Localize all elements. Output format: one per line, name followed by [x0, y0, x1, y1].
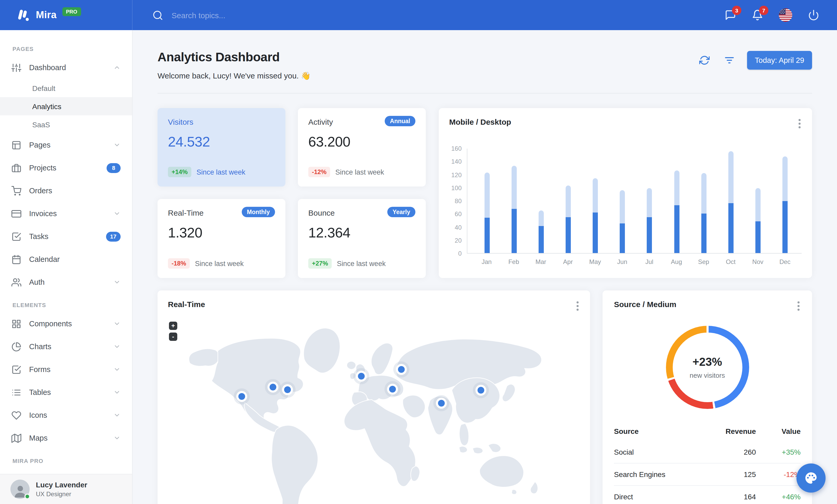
bar-segment-desktop — [701, 173, 706, 214]
sidebar-item-icons[interactable]: Icons — [0, 404, 132, 427]
map-marker — [270, 384, 276, 390]
source-medium-title: Source / Medium — [614, 300, 676, 309]
sidebar-item-calendar[interactable]: Calendar — [0, 248, 132, 271]
x-tick-label: Feb — [504, 258, 523, 265]
cell-revenue: 164 — [706, 486, 763, 504]
sidebar-subitem-saas[interactable]: SaaS — [0, 115, 132, 133]
brand[interactable]: Mira PRO — [0, 0, 132, 30]
sidebar-item-invoices[interactable]: Invoices — [0, 202, 132, 225]
x-tick-label: Sep — [694, 258, 713, 265]
kebab-menu-icon[interactable] — [798, 117, 802, 130]
bar-segment-mobile — [484, 218, 490, 253]
chevron-down-icon — [113, 434, 121, 442]
bar-segment-desktop — [728, 151, 733, 203]
stat-period-badge[interactable]: Annual — [385, 116, 415, 126]
theme-settings-fab[interactable] — [797, 464, 825, 492]
sidebar-user[interactable]: Lucy Lavender UX Designer — [0, 474, 132, 504]
stat-caption: Since last week — [195, 260, 244, 267]
search-icon — [152, 10, 163, 20]
stat-delta-chip: +27% — [308, 258, 332, 268]
kebab-menu-icon[interactable] — [575, 300, 580, 312]
chevron-down-icon — [113, 366, 121, 373]
cell-source: Social — [614, 441, 706, 463]
page-title: Analytics Dashboard — [158, 50, 310, 64]
stacked-bar-may — [593, 178, 598, 253]
map-marker — [238, 393, 245, 400]
map-marker — [389, 386, 396, 393]
stat-title: Real-Time — [168, 208, 203, 217]
today-button[interactable]: Today: April 29 — [747, 51, 812, 70]
sliders-icon — [12, 62, 21, 73]
avatar — [11, 480, 30, 499]
bar-chart-plot — [467, 149, 802, 254]
sidebar-item-tasks[interactable]: Tasks17 — [0, 225, 132, 248]
cell-revenue: 260 — [706, 441, 763, 463]
x-tick-label: Nov — [748, 258, 767, 265]
stat-period-badge[interactable]: Monthly — [242, 207, 275, 217]
logout-button[interactable] — [808, 10, 819, 21]
app-root: Mira PRO 3 7 — [0, 0, 837, 504]
bar-segment-desktop — [620, 190, 625, 224]
language-button[interactable] — [779, 8, 792, 22]
x-tick-label: Dec — [776, 258, 795, 265]
briefcase-icon — [12, 163, 21, 173]
cell-value: -12% — [763, 463, 801, 486]
map-marker — [398, 366, 405, 373]
stacked-bar-apr — [566, 186, 571, 253]
x-tick-label: Jan — [477, 258, 496, 265]
stacked-bar-feb — [512, 166, 517, 253]
sidebar-item-pages[interactable]: Pages — [0, 133, 132, 156]
bar-segment-mobile — [566, 217, 571, 253]
table-row-social: Social260+35% — [614, 441, 801, 463]
sidebar-item-projects[interactable]: Projects8 — [0, 156, 132, 179]
y-tick-label: 100 — [451, 184, 462, 192]
sidebar-subitem-default[interactable]: Default — [0, 79, 132, 97]
realtime-map-card: Real-Time + - — [158, 291, 590, 504]
stat-title: Visitors — [168, 117, 193, 126]
sidebar-item-forms[interactable]: Forms — [0, 358, 132, 381]
stat-card-activity: ActivityAnnual63.200-12%Since last week — [298, 108, 426, 187]
calendar-icon — [12, 254, 21, 264]
x-tick-label: Aug — [667, 258, 686, 265]
stacked-bar-jun — [620, 190, 625, 253]
search-input[interactable] — [171, 10, 326, 20]
stacked-bar-jul — [647, 188, 652, 253]
stacked-bar-sep — [701, 173, 706, 253]
check-square-icon — [12, 365, 21, 374]
us-flag-icon — [779, 8, 792, 22]
cell-source: Search Engines — [614, 463, 706, 486]
map-zoom-in-button[interactable]: + — [169, 322, 177, 330]
y-tick-label: 120 — [451, 171, 462, 179]
table-row-direct: Direct164+46% — [614, 486, 801, 504]
sidebar-item-auth[interactable]: Auth — [0, 271, 132, 294]
refresh-button[interactable] — [697, 53, 712, 68]
messages-button[interactable]: 3 — [725, 10, 736, 21]
sidebar-item-tables[interactable]: Tables — [0, 381, 132, 404]
filter-button[interactable] — [722, 53, 737, 68]
notifications-button[interactable]: 7 — [752, 10, 763, 21]
map-icon — [12, 433, 21, 443]
y-tick-label: 140 — [451, 158, 462, 166]
stacked-bar-oct — [728, 151, 733, 253]
stat-value: 1.320 — [168, 225, 275, 241]
sidebar-item-dashboard[interactable]: Dashboard — [0, 56, 132, 79]
sidebar-item-charts[interactable]: Charts — [0, 335, 132, 358]
sidebar-item-orders[interactable]: Orders — [0, 179, 132, 202]
bar-segment-mobile — [701, 214, 706, 253]
x-tick-label: Jun — [613, 258, 631, 265]
table-header-source: Source — [614, 422, 706, 441]
nav-section-label-mira-pro: MIRA PRO — [0, 458, 132, 464]
sidebar: PAGESDashboardDefaultAnalyticsSaaSPagesP… — [0, 30, 132, 504]
stat-period-badge[interactable]: Yearly — [387, 207, 415, 217]
map-zoom-out-button[interactable]: - — [169, 333, 177, 341]
bar-segment-desktop — [512, 166, 517, 209]
stat-title: Activity — [308, 117, 333, 126]
y-tick-label: 20 — [455, 237, 462, 244]
sidebar-item-maps[interactable]: Maps — [0, 427, 132, 449]
nav-section-label-elements: ELEMENTS — [0, 302, 132, 308]
sidebar-subitem-analytics[interactable]: Analytics — [0, 97, 132, 115]
sidebar-item-components[interactable]: Components — [0, 312, 132, 335]
y-tick-label: 40 — [455, 224, 462, 231]
kebab-menu-icon[interactable] — [797, 300, 801, 312]
bar-segment-desktop — [484, 172, 490, 218]
